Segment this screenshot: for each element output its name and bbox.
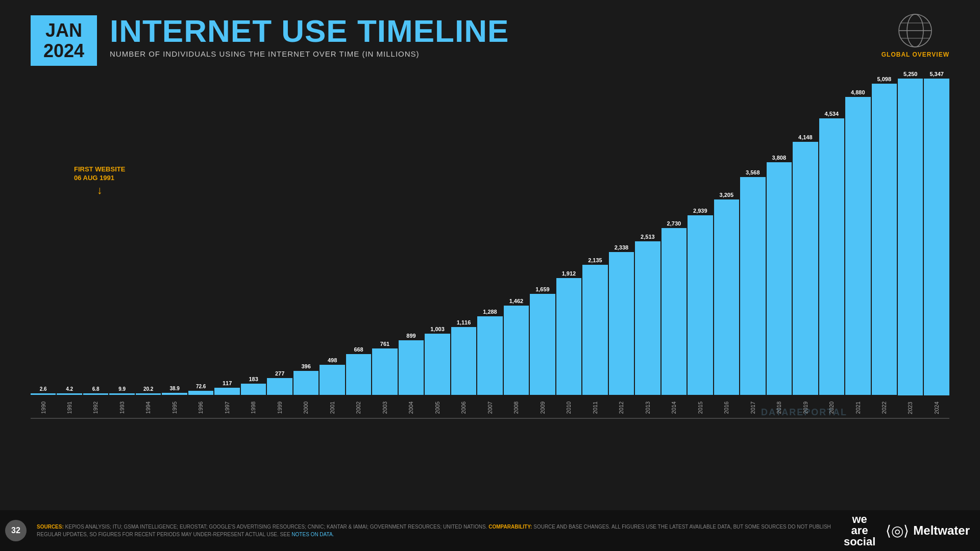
bar [793,142,818,395]
bar-value: 1,116 [457,319,471,325]
bar-year-label: 1999 [270,402,290,414]
bar-group: 20.21994 [136,71,161,418]
bar [188,391,213,395]
month-label: JAN [40,20,88,41]
bar-group: 4.21991 [57,71,82,418]
bar [31,393,56,395]
bar-value: 277 [275,370,284,377]
global-label: GLOBAL OVERVIEW [881,51,949,58]
bar-group: 1,0032005 [425,71,450,418]
bar-group: 4,1482019 [793,71,818,418]
bar-group: 5,2502023 [898,71,923,418]
bar [767,162,792,395]
bar-group: 1171997 [214,71,239,418]
bar-group: 6.81992 [83,71,108,418]
bar [372,348,397,395]
bar [872,84,897,395]
bar-year-label: 1997 [217,402,237,414]
bar-value: 668 [354,346,363,353]
bar-value: 183 [249,376,258,382]
bar-group: 4982001 [320,71,345,418]
bar-year-label: 2000 [296,402,316,414]
footer-logos: we are social ⟨◎⟩ Meltwater [844,514,970,547]
bar-year-label: 2007 [480,402,500,414]
bar-value: 1,912 [562,270,576,277]
bar-group: 8992004 [399,71,424,418]
footer: 32 SOURCES: KEPIOS ANALYSIS; ITU; GSMA I… [0,510,980,551]
bar [477,316,502,395]
logo-are: are [851,525,868,536]
bar [320,365,345,395]
bar-group: 2,3382012 [609,71,634,418]
bar-value: 1,659 [535,286,550,292]
bar-year-label: 2010 [558,402,579,414]
bar-value: 117 [223,380,232,386]
bar-value: 20.2 [143,386,153,392]
bar [425,334,450,395]
page-number: 32 [5,520,27,541]
meltwater-text: Meltwater [913,523,970,538]
subtitle: NUMBER OF INDIVIDUALS USING THE INTERNET… [110,49,949,58]
sources-label: SOURCES: [37,524,64,530]
bar-value: 4,148 [798,134,813,140]
bar-group: 1,1162006 [451,71,476,418]
bar [556,278,581,395]
bar [214,388,239,395]
bar-year-label: 1994 [138,402,159,414]
bar-value: 5,098 [877,76,891,82]
bar-year-label: 2013 [638,402,658,414]
bar-year-label: 1992 [86,402,106,414]
bar-group: 9.91993 [109,71,134,418]
bar-year-label: 2014 [664,402,684,414]
bar-value: 3,568 [746,169,760,176]
bar [662,228,687,395]
header: JAN 2024 INTERNET USE TIMELINE NUMBER OF… [31,15,949,66]
bar [399,340,424,395]
bar-value: 38.9 [169,386,179,391]
bar-year-label: 2021 [848,402,868,414]
bar-group: 3962000 [293,71,318,418]
bar-value: 9.9 [118,386,126,392]
bar-year-label: 2015 [690,402,710,414]
bar-year-label: 1996 [191,402,211,414]
bar-group: 7612003 [372,71,397,418]
bar-value: 5,347 [929,71,944,77]
bar [267,378,292,395]
bar-year-label: 2002 [349,402,369,414]
title-area: INTERNET USE TIMELINE NUMBER OF INDIVIDU… [110,15,949,58]
bar-value: 761 [380,341,389,347]
bar-value: 4.2 [66,386,73,392]
bar [241,384,266,395]
notes-link[interactable]: NOTES ON DATA. [291,532,334,537]
bar-group: 3,5682017 [740,71,765,418]
bar-year-label: 1995 [164,402,185,414]
bars-container: 2.619904.219916.819929.9199320.2199438.9… [31,71,949,418]
bar-group: 2771999 [267,71,292,418]
bar-group: 2,1352011 [582,71,607,418]
bar-group: 2,7302014 [662,71,687,418]
bar-group: 2,9392015 [688,71,713,418]
bar-year-label: 2004 [401,402,422,414]
page-container: JAN 2024 INTERNET USE TIMELINE NUMBER OF… [0,0,980,551]
bar [109,393,134,395]
bar [845,97,870,395]
bar-group: 1831998 [241,71,266,418]
bar [635,241,660,395]
watermark: DATAREPORTAL [761,407,847,418]
bar-year-label: 1991 [59,402,80,414]
sources-text: KEPIOS ANALYSIS; ITU; GSMA INTELLIGENCE;… [65,524,487,530]
bar-value: 3,808 [772,155,787,161]
bar-value: 4,880 [851,89,865,95]
bar-group: 1,9122010 [556,71,581,418]
bar [504,306,529,395]
bar-group: 6682002 [346,71,371,418]
bar [898,79,923,395]
bar-group: 1,6592009 [530,71,555,418]
bar-group: 4,5342020 [819,71,844,418]
bar [582,265,607,395]
bar-value: 72.6 [196,384,206,389]
bar [819,118,844,395]
bar-value: 899 [406,333,415,339]
bar-year-label: 2006 [453,402,474,414]
bar [924,79,949,395]
